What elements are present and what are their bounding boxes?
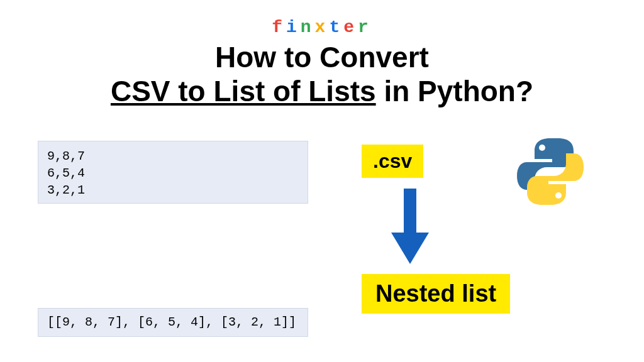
svg-point-2	[539, 145, 545, 151]
svg-rect-0	[404, 189, 416, 236]
svg-point-3	[555, 192, 562, 199]
csv-content-box: 9,8,7 6,5,4 3,2,1	[38, 141, 308, 204]
logo-letter: t	[329, 18, 343, 37]
logo-letter: n	[301, 18, 315, 37]
logo-letter: r	[358, 18, 372, 37]
brand-logo: finxter	[272, 18, 372, 37]
logo-letter: i	[286, 18, 301, 37]
python-logo-icon	[516, 137, 585, 206]
page-title: How to Convert CSV to List of Lists in P…	[0, 40, 644, 109]
nested-list-label: Nested list	[362, 274, 510, 314]
title-underlined: CSV to List of Lists	[111, 75, 376, 107]
title-line1: How to Convert	[215, 41, 429, 74]
arrow-down-icon	[391, 189, 429, 264]
output-content-box: [[9, 8, 7], [6, 5, 4], [3, 2, 1]]	[38, 308, 308, 337]
title-line2-suffix: in Python?	[376, 75, 533, 107]
logo-letter: x	[315, 18, 330, 37]
logo-letter: e	[343, 18, 358, 37]
csv-extension-label: .csv	[362, 145, 423, 178]
logo-letter: f	[272, 18, 286, 37]
svg-marker-1	[391, 233, 429, 264]
